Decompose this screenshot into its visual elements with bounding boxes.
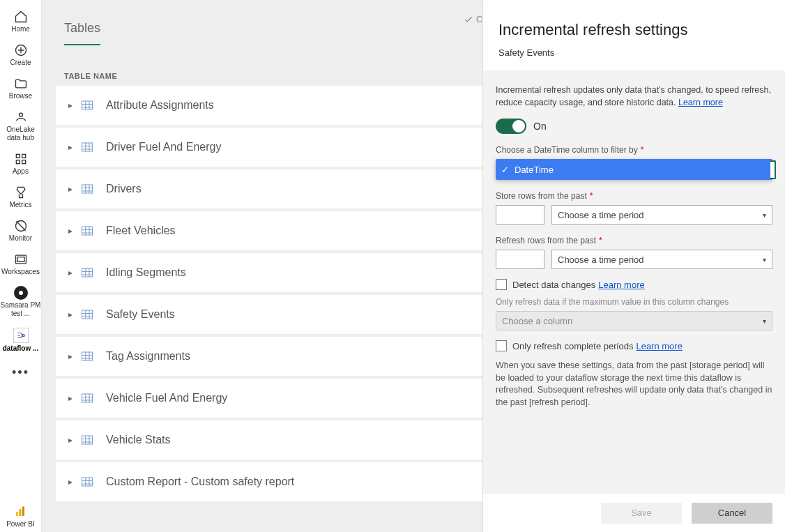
- check-icon: ✓: [501, 165, 509, 175]
- table-label: Safety Events: [106, 308, 175, 321]
- nav-onelake[interactable]: OneLake data hub: [0, 110, 42, 142]
- svg-rect-3: [22, 154, 25, 158]
- refresh-rows-period-select[interactable]: Choose a time period▾: [551, 250, 772, 269]
- svg-rect-5: [22, 160, 25, 164]
- store-rows-label: Store rows from the past*: [496, 191, 772, 201]
- svg-rect-21: [82, 394, 93, 402]
- filter-column-label: Choose a DateTime column to filter by*: [496, 145, 772, 155]
- store-rows-number-input[interactable]: [496, 205, 544, 225]
- nav-metrics[interactable]: Metrics: [0, 185, 42, 209]
- complete-periods-checkbox[interactable]: [496, 340, 507, 351]
- nav-browse[interactable]: Browse: [0, 77, 42, 100]
- svg-rect-2: [16, 154, 20, 158]
- expand-caret-icon[interactable]: ▸: [68, 184, 78, 194]
- expand-caret-icon[interactable]: ▸: [68, 435, 78, 445]
- onelake-icon: [14, 110, 28, 124]
- svg-rect-11: [16, 512, 18, 516]
- table-label: Vehicle Stats: [106, 434, 171, 446]
- table-icon: [78, 225, 96, 236]
- table-icon: [78, 100, 96, 111]
- svg-rect-22: [82, 436, 93, 444]
- nav-monitor[interactable]: Monitor: [0, 219, 42, 243]
- incremental-refresh-toggle[interactable]: [496, 119, 526, 134]
- expand-caret-icon[interactable]: ▸: [68, 351, 78, 361]
- refresh-rows-number-input[interactable]: [496, 250, 544, 269]
- nav-apps[interactable]: Apps: [0, 152, 42, 176]
- svg-rect-18: [82, 268, 93, 277]
- table-icon: [78, 142, 96, 153]
- apps-icon: [14, 152, 28, 166]
- svg-rect-12: [20, 509, 22, 516]
- nav-home[interactable]: Home: [0, 10, 42, 33]
- expand-caret-icon[interactable]: ▸: [68, 100, 78, 110]
- svg-rect-23: [82, 478, 93, 486]
- nav-samsara-workspace[interactable]: Samsara PM test ...: [0, 286, 42, 318]
- toggle-label: On: [533, 121, 547, 132]
- expand-caret-icon[interactable]: ▸: [68, 226, 78, 236]
- table-label: Idling Segments: [106, 266, 186, 279]
- expand-caret-icon[interactable]: ▸: [68, 477, 78, 487]
- table-label: Attribute Assignments: [106, 99, 214, 112]
- table-icon: [78, 434, 96, 446]
- dropdown-option-datetime[interactable]: ✓ DateTime: [496, 159, 772, 180]
- svg-rect-17: [82, 227, 93, 235]
- table-icon: [78, 393, 96, 404]
- table-icon: [78, 476, 96, 487]
- expand-caret-icon[interactable]: ▸: [68, 393, 78, 403]
- browse-icon: [14, 77, 28, 91]
- detect-changes-note: Only refresh data if the maximum value i…: [496, 297, 772, 307]
- detect-changes-checkbox[interactable]: [496, 279, 507, 290]
- table-label: Drivers: [106, 183, 142, 195]
- nav-powerbi[interactable]: Power BI: [6, 505, 35, 528]
- learn-more-link[interactable]: Learn more: [636, 341, 682, 351]
- home-icon: [14, 10, 28, 24]
- check-icon: [464, 15, 473, 24]
- chevron-down-icon: ▾: [763, 211, 766, 219]
- detect-changes-label: Detect data changes: [512, 280, 595, 290]
- svg-point-9: [19, 291, 23, 295]
- panel-subtitle: Safety Events: [498, 47, 770, 58]
- nav-overflow[interactable]: •••: [12, 365, 29, 380]
- save-note: When you save these settings, data from …: [496, 360, 772, 409]
- table-label: Custom Report - Custom safety report: [106, 476, 294, 488]
- complete-periods-label: Only refresh complete periods: [512, 341, 633, 351]
- table-label: Fleet Vehicles: [106, 225, 176, 237]
- panel-title: Incremental refresh settings: [498, 21, 770, 39]
- powerbi-icon: [14, 505, 26, 519]
- workspaces-icon: [14, 252, 28, 266]
- monitor-icon: [14, 219, 28, 233]
- svg-rect-14: [82, 101, 93, 109]
- expand-caret-icon[interactable]: ▸: [68, 142, 78, 152]
- svg-rect-20: [82, 352, 93, 360]
- tab-tables[interactable]: Tables: [64, 21, 100, 45]
- nav-create[interactable]: Create: [0, 43, 42, 67]
- incremental-refresh-panel: Incremental refresh settings Safety Even…: [482, 0, 785, 532]
- nav-dataflow[interactable]: dataflow ...: [0, 328, 42, 353]
- chevron-down-icon: ▾: [763, 317, 766, 325]
- svg-rect-15: [82, 143, 93, 151]
- expand-caret-icon[interactable]: ▸: [68, 268, 78, 278]
- svg-rect-16: [82, 185, 93, 193]
- expand-caret-icon[interactable]: ▸: [68, 310, 78, 319]
- svg-rect-4: [16, 160, 20, 164]
- save-button[interactable]: Save: [601, 503, 682, 524]
- table-icon: [78, 309, 96, 320]
- refresh-rows-label: Refresh rows from the past*: [496, 236, 772, 245]
- store-rows-period-select[interactable]: Choose a time period▾: [551, 205, 772, 225]
- cancel-button[interactable]: Cancel: [692, 503, 772, 524]
- svg-point-1: [19, 113, 22, 116]
- panel-intro: Incremental refresh updates only data th…: [496, 84, 772, 109]
- dataflow-icon: [13, 328, 29, 343]
- workspace-badge-icon: [14, 286, 28, 300]
- table-icon: [78, 351, 96, 362]
- create-icon: [14, 43, 28, 57]
- learn-more-link[interactable]: Learn more: [598, 280, 644, 290]
- table-label: Driver Fuel And Energy: [106, 141, 221, 153]
- nav-workspaces[interactable]: Workspaces: [0, 252, 42, 276]
- filter-column-dropdown[interactable]: ✓ DateTime: [496, 159, 772, 180]
- learn-more-link[interactable]: Learn more: [678, 98, 723, 107]
- change-column-select: Choose a column▾: [496, 311, 772, 330]
- svg-rect-13: [22, 507, 24, 517]
- chevron-down-icon: ▾: [763, 256, 766, 264]
- svg-rect-19: [82, 310, 93, 319]
